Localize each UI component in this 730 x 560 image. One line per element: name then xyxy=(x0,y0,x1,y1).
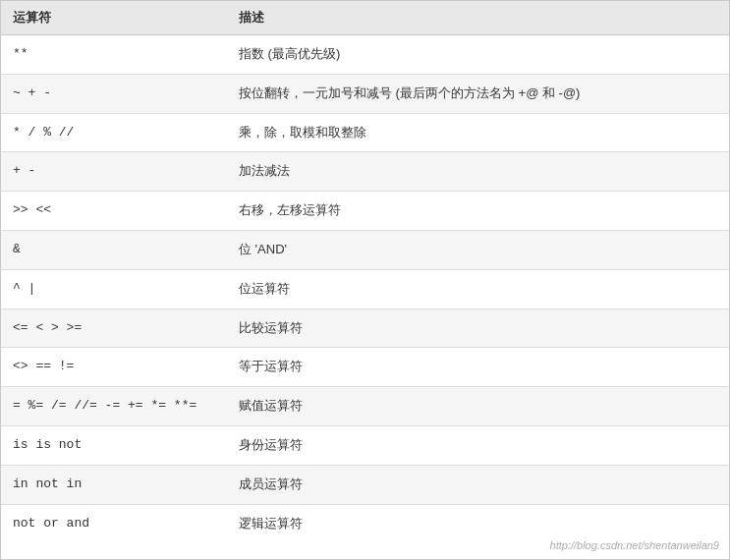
operator-cell: in not in xyxy=(1,465,227,504)
operator-cell: + - xyxy=(1,152,227,192)
description-cell: 指数 (最高优先级) xyxy=(227,35,729,75)
description-cell: 成员运算符 xyxy=(227,465,729,504)
table-row: **指数 (最高优先级) xyxy=(1,35,729,75)
table-row: = %= /= //= -= += *= **=赋值运算符 xyxy=(1,387,729,426)
description-cell: 乘，除，取模和取整除 xyxy=(227,113,729,152)
description-cell: 赋值运算符 xyxy=(227,387,729,426)
column-header-operator: 运算符 xyxy=(1,1,227,35)
description-cell: 等于运算符 xyxy=(227,348,729,387)
table-row: &位 'AND' xyxy=(1,230,729,269)
description-cell: 按位翻转，一元加号和减号 (最后两个的方法名为 +@ 和 -@) xyxy=(227,74,729,113)
operator-cell: not or and xyxy=(1,504,227,542)
description-cell: 右移，左移运算符 xyxy=(227,192,729,231)
table-row: not or and逻辑运算符 xyxy=(1,504,729,542)
operators-table-container: 运算符 描述 **指数 (最高优先级)~ + -按位翻转，一元加号和减号 (最后… xyxy=(0,0,730,560)
operator-cell: * / % // xyxy=(1,113,227,152)
table-row: <= < > >=比较运算符 xyxy=(1,308,729,348)
operator-cell: <> == != xyxy=(1,348,227,387)
table-row: >> <<右移，左移运算符 xyxy=(1,192,729,231)
description-cell: 位运算符 xyxy=(227,269,729,308)
table-row: is is not身份运算符 xyxy=(1,425,729,465)
operators-table: 运算符 描述 **指数 (最高优先级)~ + -按位翻转，一元加号和减号 (最后… xyxy=(1,1,729,542)
table-row: <> == !=等于运算符 xyxy=(1,348,729,387)
table-header-row: 运算符 描述 xyxy=(1,1,729,35)
operator-cell: <= < > >= xyxy=(1,308,227,348)
table-row: * / % //乘，除，取模和取整除 xyxy=(1,113,729,152)
table-row: ~ + -按位翻转，一元加号和减号 (最后两个的方法名为 +@ 和 -@) xyxy=(1,74,729,113)
operator-cell: ~ + - xyxy=(1,74,227,113)
watermark: http://blog.csdn.net/shentanweilan9 xyxy=(550,539,719,551)
operator-cell: & xyxy=(1,230,227,269)
operator-cell: ** xyxy=(1,35,227,75)
operator-cell: is is not xyxy=(1,425,227,465)
description-cell: 身份运算符 xyxy=(227,425,729,465)
operator-cell: >> << xyxy=(1,192,227,231)
description-cell: 比较运算符 xyxy=(227,308,729,348)
column-header-description: 描述 xyxy=(227,1,729,35)
operator-cell: = %= /= //= -= += *= **= xyxy=(1,387,227,426)
description-cell: 逻辑运算符 xyxy=(227,504,729,542)
description-cell: 加法减法 xyxy=(227,152,729,192)
table-row: + -加法减法 xyxy=(1,152,729,192)
table-row: ^ |位运算符 xyxy=(1,269,729,308)
operator-cell: ^ | xyxy=(1,269,227,308)
table-row: in not in成员运算符 xyxy=(1,465,729,504)
description-cell: 位 'AND' xyxy=(227,230,729,269)
